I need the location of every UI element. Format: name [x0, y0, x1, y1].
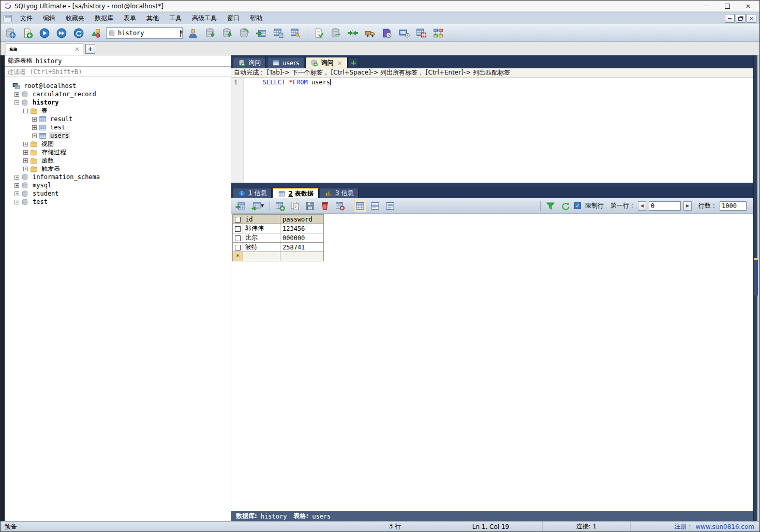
- delete-row-button[interactable]: [319, 200, 331, 212]
- register-link[interactable]: www.sun0816.com: [695, 523, 754, 530]
- grid-export-options-button[interactable]: ▼: [249, 200, 266, 212]
- table-filter-input[interactable]: [5, 66, 231, 77]
- select-all-checkbox[interactable]: [233, 215, 243, 224]
- grid-cell[interactable]: 123456: [280, 224, 324, 233]
- tree-item-test[interactable]: +test: [5, 198, 231, 206]
- expand-icon[interactable]: +: [23, 167, 28, 171]
- mdi-restore-button[interactable]: [736, 14, 746, 23]
- grid-cell-empty[interactable]: [243, 252, 280, 261]
- tree-item----[interactable]: +触发器: [5, 165, 231, 173]
- row-count-input[interactable]: [720, 201, 747, 211]
- query-tab-2[interactable]: users: [267, 57, 304, 68]
- tree-item-result[interactable]: +result: [5, 115, 231, 123]
- expand-icon[interactable]: +: [14, 175, 19, 180]
- tree-item-mysql[interactable]: +mysql: [5, 181, 231, 189]
- import-external-data-button[interactable]: [255, 26, 268, 40]
- expand-icon[interactable]: +: [14, 183, 19, 188]
- menu-1[interactable]: 文件: [15, 13, 38, 23]
- collapse-icon[interactable]: −: [14, 100, 19, 105]
- save-changes-button[interactable]: [304, 200, 316, 212]
- data-migration-button[interactable]: [363, 26, 377, 40]
- horizontal-splitter[interactable]: [231, 183, 759, 187]
- expand-icon[interactable]: +: [23, 158, 28, 163]
- next-page-button[interactable]: ▶: [683, 201, 692, 211]
- expand-icon[interactable]: +: [32, 125, 37, 130]
- limit-rows-checkbox[interactable]: ✓: [574, 202, 581, 209]
- duplicate-row-button[interactable]: [289, 200, 301, 212]
- menu-4[interactable]: 数据库: [90, 13, 118, 23]
- row-checkbox[interactable]: [233, 224, 243, 233]
- connection-tab-sa[interactable]: sa ×: [6, 43, 83, 55]
- query-tab-1[interactable]: 询问: [233, 57, 266, 68]
- tree-item---[interactable]: +函数: [5, 156, 231, 165]
- expand-icon[interactable]: +: [14, 200, 19, 204]
- expand-icon[interactable]: +: [32, 117, 37, 122]
- grid-column-header[interactable]: id: [243, 215, 280, 224]
- restore-database-button[interactable]: [220, 26, 234, 40]
- export-resultset-button[interactable]: [234, 200, 247, 212]
- format-query-button[interactable]: [312, 26, 325, 40]
- grid-cell[interactable]: 000000: [280, 233, 324, 243]
- table-maintenance-button[interactable]: [272, 26, 285, 40]
- result-tab-1[interactable]: 1 信息: [233, 188, 272, 198]
- execute-all-queries-button[interactable]: [55, 26, 68, 40]
- grid-column-header[interactable]: password: [280, 215, 324, 224]
- tree-item-student[interactable]: +student: [5, 189, 231, 198]
- tree-item-----[interactable]: +存储过程: [5, 148, 231, 156]
- minimize-button[interactable]: [696, 1, 717, 11]
- scheduled-backup-button[interactable]: [380, 26, 394, 40]
- flush-tools-button[interactable]: [414, 26, 428, 40]
- expand-icon[interactable]: +: [32, 134, 37, 138]
- mdi-minimize-button[interactable]: [725, 14, 735, 23]
- new-query-editor-button[interactable]: [21, 26, 34, 40]
- menu-9[interactable]: 窗口: [222, 13, 245, 23]
- expand-icon[interactable]: +: [14, 191, 19, 196]
- menu-3[interactable]: 收藏夹: [61, 13, 90, 23]
- collapsed-panel-tab[interactable]: [754, 258, 758, 295]
- manage-indexes-button[interactable]: [289, 26, 302, 40]
- grid-cell[interactable]: 郭伟伟: [243, 224, 280, 233]
- backup-database-button[interactable]: [203, 26, 217, 40]
- menu-2[interactable]: 编辑: [38, 13, 61, 23]
- query-builder-button[interactable]: [89, 26, 102, 40]
- expand-icon[interactable]: +: [23, 150, 28, 155]
- database-synchronization-button[interactable]: [329, 26, 342, 40]
- notification-services-button[interactable]: [397, 26, 411, 40]
- row-checkbox[interactable]: [233, 243, 243, 252]
- sql-editor[interactable]: 1 SELECT *FROM users: [231, 78, 759, 183]
- row-checkbox[interactable]: [233, 233, 243, 243]
- user-manager-button[interactable]: [186, 26, 200, 40]
- copy-database-button[interactable]: [237, 26, 251, 40]
- grid-cell-empty[interactable]: [280, 252, 324, 261]
- close-tab-icon[interactable]: ×: [337, 60, 342, 67]
- add-new-row-button[interactable]: [274, 200, 286, 212]
- grid-view-button[interactable]: [354, 200, 366, 212]
- tree-item-carculator-record[interactable]: +carculator_record: [5, 90, 231, 98]
- refresh-object-browser-button[interactable]: [72, 26, 85, 40]
- result-tab-3[interactable]: 3 信息: [320, 188, 359, 198]
- query-tab-3[interactable]: 询问×: [305, 57, 347, 68]
- grid-cell[interactable]: 258741: [280, 243, 324, 252]
- data-compare-button[interactable]: [346, 26, 360, 40]
- text-view-button[interactable]: [384, 200, 396, 212]
- menu-7[interactable]: 工具: [164, 13, 187, 23]
- menu-5[interactable]: 表单: [118, 13, 141, 23]
- close-tab-icon[interactable]: ×: [74, 46, 80, 53]
- expand-icon[interactable]: +: [23, 142, 28, 146]
- tree-item-test[interactable]: +test: [5, 123, 231, 131]
- new-row[interactable]: *: [233, 252, 324, 261]
- cancel-changes-button[interactable]: [334, 200, 346, 212]
- first-row-input[interactable]: [649, 201, 681, 211]
- execute-query-button[interactable]: [38, 26, 51, 40]
- schema-designer-button[interactable]: [431, 26, 445, 40]
- menu-8[interactable]: 高级工具: [187, 13, 222, 23]
- menu-10[interactable]: 帮助: [245, 13, 267, 23]
- tree-item--[interactable]: −表: [5, 107, 231, 115]
- tree-item---[interactable]: +视图: [5, 140, 231, 148]
- database-selector[interactable]: history▼: [106, 27, 183, 39]
- grid-cell[interactable]: 波特: [243, 243, 280, 252]
- close-button[interactable]: ×: [738, 1, 758, 11]
- tree-item-information-schema[interactable]: +information_schema: [5, 173, 231, 181]
- grid-cell[interactable]: 比尔: [243, 233, 280, 243]
- tree-item-history[interactable]: −history: [5, 98, 231, 107]
